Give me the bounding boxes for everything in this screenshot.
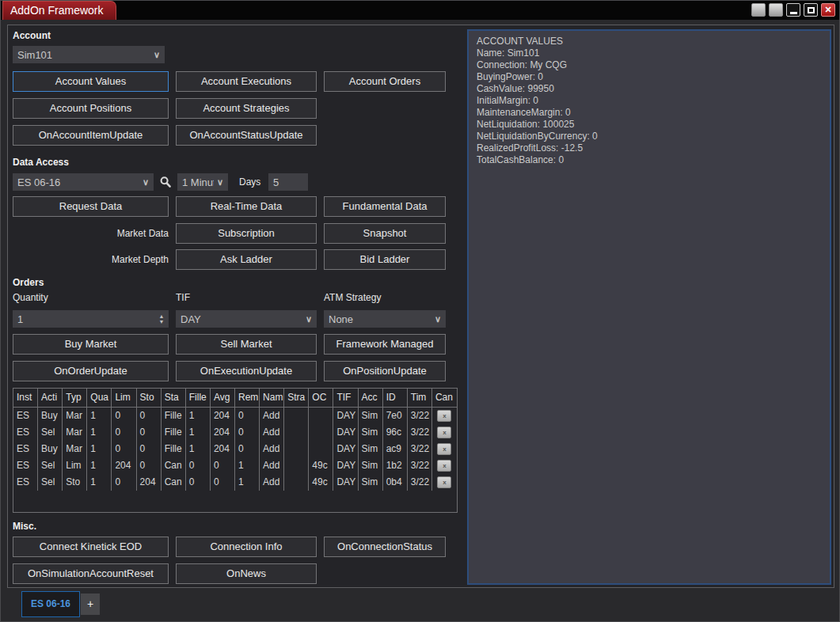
table-cell: Mar [63,441,87,457]
table-cell: Sel [38,457,63,474]
atm-strategy-label: ATM Strategy [324,292,381,303]
on-order-update-button[interactable]: OnOrderUpdate [13,361,169,381]
table-cell: 0 [137,441,162,457]
table-cell: Fille [162,441,186,457]
table-row[interactable]: ESBuyMar100Fille12040AddDAYSim7e03/22x [13,408,457,424]
table-cell: 1 [87,474,112,491]
maximize-button[interactable] [804,3,818,17]
subscription-button[interactable]: Subscription [176,223,317,244]
table-row[interactable]: ESSelLim12040Can001Add49cDAYSim1b23/22x [13,457,457,474]
tif-dropdown[interactable]: DAY ∨ [176,310,317,328]
connection-info-button[interactable]: Connection Info [176,537,317,557]
column-header[interactable]: Sto [137,389,162,407]
table-row[interactable]: ESSelSto10204Can001Add49cDAYSim0b43/22x [13,474,457,491]
account-strategies-button[interactable]: Account Strategies [176,98,317,119]
column-header[interactable]: Nam [260,389,284,407]
on-account-item-update-button[interactable]: OnAccountItemUpdate [13,125,169,146]
column-header[interactable]: Acc [359,389,383,407]
connect-kinetick-eod-button[interactable]: Connect Kinetick EOD [13,537,169,557]
account-positions-button[interactable]: Account Positions [13,98,169,119]
close-button[interactable]: ✕ [821,3,835,17]
table-cell: 3/22 [408,408,432,424]
framework-managed-button[interactable]: Framework Managed [324,334,446,355]
table-cell [309,441,333,457]
table-cell: 204 [211,408,235,424]
output-panel[interactable]: ACCOUNT VALUESName: Sim101Connection: My… [467,29,831,585]
ask-ladder-button[interactable]: Ask Ladder [176,249,317,270]
titlebar[interactable]: AddOn Framework ✕ [1,1,839,20]
output-line: RealizedProfitLoss: -12.5 [477,142,822,154]
quantity-spinner[interactable]: ▲ ▼ [156,310,167,328]
instrument-search-button[interactable] [157,173,174,191]
table-cell: 0 [137,424,162,441]
account-values-button[interactable]: Account Values [13,71,169,92]
atm-strategy-dropdown[interactable]: None ∨ [324,310,446,328]
table-cell: 0 [112,441,136,457]
window-extra-button-2[interactable] [769,3,783,17]
on-news-button[interactable]: OnNews [176,563,317,584]
chevron-down-icon: ∨ [306,314,312,324]
on-simulation-account-reset-button[interactable]: OnSimulationAccountReset [13,563,169,584]
column-header[interactable]: Rem [235,389,260,407]
column-header[interactable]: Avg [211,389,235,407]
real-time-data-button[interactable]: Real-Time Data [176,196,317,217]
table-cell: ES [13,424,38,441]
days-input[interactable] [268,173,308,191]
on-position-update-button[interactable]: OnPositionUpdate [324,361,446,381]
column-header[interactable]: Qua [87,389,112,407]
table-cell: Add [260,408,284,424]
account-dropdown[interactable]: Sim101 ∨ [13,46,165,63]
table-cell: Add [260,441,284,457]
column-header[interactable]: Sta [162,389,186,407]
account-orders-button[interactable]: Account Orders [324,71,446,92]
table-cell: 3/22 [408,441,432,457]
on-account-status-update-button[interactable]: OnAccountStatusUpdate [176,125,317,146]
instrument-dropdown[interactable]: ES 06-16 ∨ [13,173,154,191]
orders-table-body: ESBuyMar100Fille12040AddDAYSim7e03/22xES… [13,408,457,491]
cancel-order-button[interactable]: x [437,443,451,455]
table-cell: Lim [63,457,87,474]
window-extra-button-1[interactable] [751,3,766,17]
request-data-button[interactable]: Request Data [13,196,169,217]
table-cell: 1 [87,441,112,457]
minimize-button[interactable] [786,3,800,17]
column-header[interactable]: Tim [408,389,432,407]
quantity-input[interactable] [13,310,169,328]
column-header[interactable]: Fille [186,389,211,407]
tab-es-06-16[interactable]: ES 06-16 [21,591,80,617]
sell-market-button[interactable]: Sell Market [176,334,317,355]
account-section-label: Account [13,30,51,41]
on-connection-status-button[interactable]: OnConnectionStatus [324,537,446,557]
account-executions-button[interactable]: Account Executions [176,71,317,92]
column-header[interactable]: Typ [63,389,87,407]
column-header[interactable]: Inst [13,389,38,407]
table-row[interactable]: ESBuyMar100Fille12040AddDAYSimac93/22x [13,441,457,457]
table-cell: ES [13,474,38,491]
cancel-order-button[interactable]: x [437,460,451,472]
cancel-order-button[interactable]: x [437,427,451,438]
chevron-down-icon: ∨ [217,177,223,188]
output-line: TotalCashBalance: 0 [477,154,822,166]
column-header[interactable]: Acti [38,389,63,407]
cancel-order-button[interactable]: x [437,410,451,422]
column-header[interactable]: Can [432,389,457,407]
snapshot-button[interactable]: Snapshot [324,223,446,244]
interval-dropdown[interactable]: 1 Minute ∨ [177,173,228,191]
table-row[interactable]: ESSelMar100Fille12040AddDAYSim96c3/22x [13,424,457,441]
column-header[interactable]: OC [309,389,333,407]
column-header[interactable]: ID [383,389,408,407]
cancel-order-button[interactable]: x [437,476,451,488]
spinner-down-icon[interactable]: ▼ [159,319,165,324]
on-execution-update-button[interactable]: OnExecutionUpdate [176,361,317,381]
column-header[interactable]: TIF [333,389,358,407]
table-cell: ES [13,408,38,424]
spinner-up-icon[interactable]: ▲ [159,313,165,319]
column-header[interactable]: Lim [112,389,136,407]
column-header[interactable]: Stra [284,389,309,407]
chevron-down-icon: ∨ [154,50,160,60]
bid-ladder-button[interactable]: Bid Ladder [324,249,446,270]
add-tab-button[interactable]: + [81,594,100,615]
market-depth-label: Market Depth [74,249,169,270]
buy-market-button[interactable]: Buy Market [13,334,169,355]
fundamental-data-button[interactable]: Fundamental Data [324,196,446,217]
